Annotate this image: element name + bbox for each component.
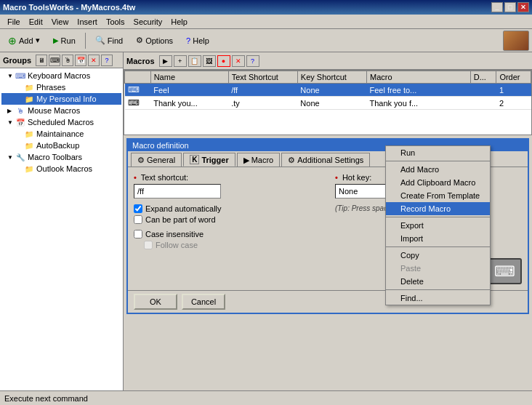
help-button[interactable]: ? Help	[181, 32, 214, 49]
table-row[interactable]: ⌨ Feel /ff None Feel free to... 1	[125, 84, 531, 97]
tree-item-autobackup[interactable]: 📁 AutoBackup	[1, 140, 121, 151]
macros-del-icon[interactable]: ✕	[232, 55, 245, 67]
row-icon: ⌨	[125, 84, 151, 97]
table-row[interactable]: ⌨ Thank you... .ty None Thank you f... 2	[125, 97, 531, 110]
help-icon: ?	[186, 36, 190, 45]
ok-button[interactable]: OK	[134, 294, 177, 310]
menu-view[interactable]: View	[47, 16, 73, 28]
find-button[interactable]: 🔍 Find	[90, 32, 128, 49]
tree-item-mouse-macros[interactable]: ▶ 🖱 Mouse Macros	[1, 105, 121, 116]
macros-copy-icon[interactable]: 📋	[188, 55, 201, 67]
add-dropdown-icon: ▾	[36, 36, 40, 45]
context-menu-create-template[interactable]: Create From Template	[386, 189, 490, 202]
context-menu-import[interactable]: Import	[386, 232, 490, 245]
macros-play-icon[interactable]: ▶	[159, 55, 172, 67]
expand-auto-checkbox[interactable]	[134, 204, 142, 213]
col-header-name[interactable]	[125, 71, 151, 84]
col-header-d[interactable]: D...	[470, 71, 496, 84]
tab-trigger[interactable]: K Trigger	[183, 153, 235, 167]
macro-def-title: Macro definition	[132, 141, 189, 150]
add-button[interactable]: ⊕ Add ▾	[3, 32, 45, 49]
row-name2: Thank you...	[150, 97, 228, 110]
row-text: /ff	[228, 84, 297, 97]
expand-auto-label: Expand automatically	[145, 204, 222, 213]
col-header-name2[interactable]: Name	[150, 71, 228, 84]
tree-label-outlook-macros: Outlook Macros	[36, 164, 92, 173]
context-menu-run[interactable]: Run	[386, 146, 490, 159]
groups-icon-3[interactable]: 🖱	[62, 55, 73, 66]
context-menu-add-macro[interactable]: Add Macro	[386, 163, 490, 176]
tree-label-personal-info: My Personal Info	[36, 95, 97, 103]
folder-icon-auto: 📁	[23, 140, 35, 151]
tab-additional-settings[interactable]: ⚙ Additional Settings	[281, 153, 370, 167]
help-label: Help	[193, 36, 209, 45]
case-insensitive-checkbox[interactable]	[134, 230, 142, 238]
tree-item-macro-toolbars[interactable]: ▼ 🔧 Macro Toolbars	[1, 151, 121, 163]
context-menu-export[interactable]: Export	[386, 219, 490, 232]
minimize-button[interactable]: _	[491, 2, 503, 12]
col-header-macro[interactable]: Macro	[366, 71, 470, 84]
tree-item-outlook-macros[interactable]: 📁 Outlook Macros	[1, 163, 121, 175]
groups-label: Groups	[3, 56, 31, 65]
macros-help-icon[interactable]: ?	[246, 55, 259, 67]
follow-case-checkbox[interactable]	[144, 241, 153, 249]
menu-security[interactable]: Security	[129, 16, 167, 28]
groups-icon-1[interactable]: 🖥	[36, 55, 47, 66]
app-logo	[503, 31, 529, 51]
col-header-text[interactable]: Text Shortcut	[228, 71, 297, 84]
tree-arrow-scheduled: ▼	[7, 119, 15, 126]
groups-icon-4[interactable]: 📅	[75, 55, 86, 66]
macros-bar: Macros ▶ + 📋 🖼 ● ✕ ?	[124, 52, 532, 70]
options-button[interactable]: ⚙ Options	[131, 32, 178, 49]
tree-item-maintainance[interactable]: 📁 Maintainance	[1, 128, 121, 140]
tree-label-autobackup: AutoBackup	[36, 141, 79, 150]
toolbar: ⊕ Add ▾ ▶ Run 🔍 Find ⚙ Options ? Help	[0, 29, 532, 52]
context-menu-paste[interactable]: Paste	[386, 262, 490, 275]
context-menu-delete[interactable]: Delete	[386, 275, 490, 288]
find-icon: 🔍	[95, 36, 105, 45]
tree-item-personal-info[interactable]: 📁 My Personal Info	[1, 93, 121, 105]
menu-tools[interactable]: Tools	[102, 16, 129, 28]
trigger-tab-label: Trigger	[201, 156, 228, 164]
cancel-button[interactable]: Cancel	[182, 294, 225, 310]
context-menu-find[interactable]: Find...	[386, 292, 490, 305]
menu-insert[interactable]: Insert	[73, 16, 102, 28]
tree-item-phrases[interactable]: 📁 Phrases	[1, 81, 121, 93]
context-menu-record[interactable]: Record Macro	[386, 202, 490, 215]
groups-icon-help[interactable]: ?	[101, 55, 113, 66]
toolbar-separator	[85, 33, 86, 49]
macros-add-icon[interactable]: +	[174, 55, 187, 67]
groups-icon-5[interactable]: ✕	[88, 55, 100, 66]
add-label: Add	[19, 36, 33, 45]
menu-help[interactable]: Help	[166, 16, 192, 28]
text-shortcut-input[interactable]	[134, 184, 221, 199]
close-button[interactable]: ✕	[517, 2, 529, 12]
macros-red-icon[interactable]: ●	[217, 55, 230, 67]
keyboard-icon: ⌨	[15, 71, 26, 81]
context-menu-copy[interactable]: Copy	[386, 249, 490, 262]
col-header-order[interactable]: Order	[496, 71, 531, 84]
tree-item-keyboard-macros[interactable]: ▼ ⌨ Keyboard Macros	[1, 70, 121, 81]
run-button[interactable]: ▶ Run	[48, 32, 81, 49]
tab-macro[interactable]: ▶ Macro	[237, 153, 281, 167]
groups-icon-2[interactable]: ⌨	[49, 55, 60, 66]
row-key2: None	[297, 97, 366, 110]
col-header-key[interactable]: Key Shortcut	[297, 71, 366, 84]
maximize-button[interactable]: □	[504, 2, 516, 12]
case-insensitive-label: Case insensitive	[145, 230, 203, 238]
menu-file[interactable]: File	[3, 16, 25, 28]
trigger-tab-icon: K	[190, 155, 199, 164]
macros-img-icon[interactable]: 🖼	[203, 55, 216, 67]
tree-item-scheduled-macros[interactable]: ▼ 📅 Scheduled Macros	[1, 116, 121, 128]
menu-edit[interactable]: Edit	[25, 16, 47, 28]
tab-general[interactable]: ⚙ General	[131, 153, 182, 167]
general-tab-icon: ⚙	[137, 156, 145, 165]
context-menu-sep1	[386, 161, 490, 161]
context-menu-add-clipboard[interactable]: Add Clipboard Macro	[386, 176, 490, 189]
folder-icon-personal: 📁	[23, 94, 35, 104]
status-text: Execute next command	[4, 394, 88, 403]
macro-tab-label: Macro	[251, 156, 274, 164]
checkboxes-row: Expand automatically Can be part of word	[134, 204, 321, 224]
part-of-word-checkbox[interactable]	[134, 215, 142, 224]
folder-icon-outlook: 📁	[23, 164, 35, 174]
